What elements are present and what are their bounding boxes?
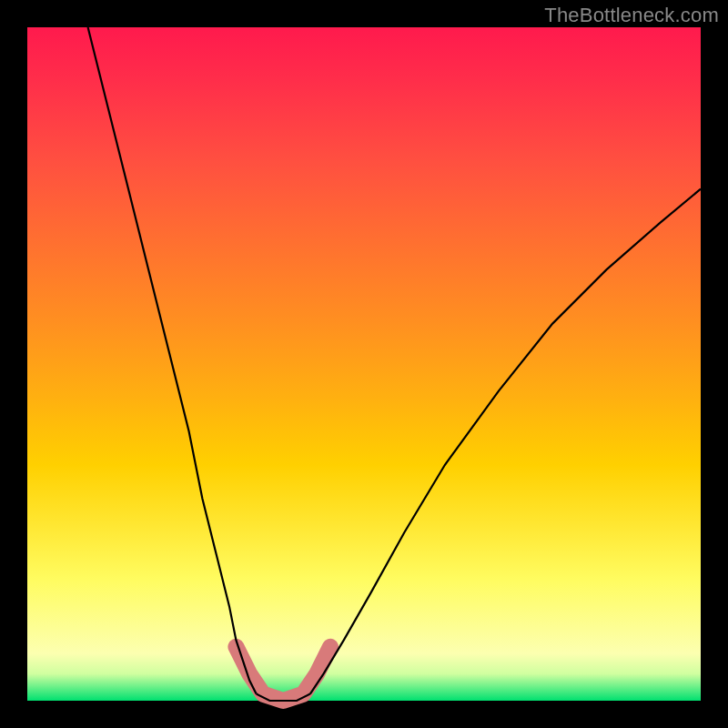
watermark-text: TheBottleneck.com [544,4,719,27]
bottleneck-curve-left [88,27,257,694]
chart-container: TheBottleneck.com [0,0,728,728]
valley-highlight [236,647,330,701]
bottleneck-curve-right [310,189,701,694]
chart-svg [27,27,701,701]
